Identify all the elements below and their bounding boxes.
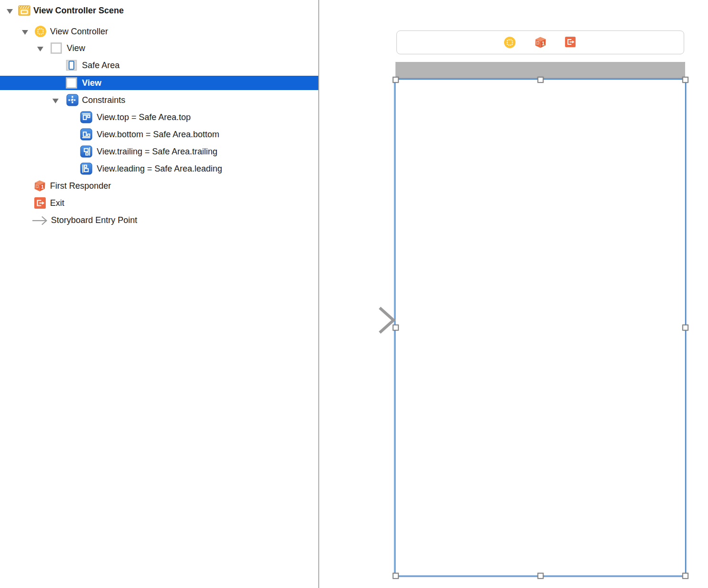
outline-row-storyboard-entry-point[interactable]: Storyboard Entry Point [0, 213, 318, 227]
outline-row-label: View.bottom = Safe Area.bottom [97, 127, 219, 142]
entry-point-arrow-icon [31, 214, 49, 226]
outline-row-label: View.trailing = Safe Area.trailing [97, 144, 217, 159]
outline-row-label: First Responder [50, 179, 111, 193]
outline-row-label: View Controller [50, 24, 108, 39]
outline-row-constraints[interactable]: Constraints [0, 93, 318, 107]
selection-handle-top-left[interactable] [393, 77, 399, 83]
svg-text:1: 1 [542, 41, 545, 46]
selected-view-outline[interactable] [394, 79, 686, 577]
outline-row-safe-area[interactable]: Safe Area [0, 58, 318, 72]
exit-icon[interactable] [565, 36, 577, 49]
view-icon [50, 42, 62, 54]
outline-row-constraint-trailing[interactable]: View.trailing = Safe Area.trailing [0, 144, 318, 159]
disclosure-triangle-icon[interactable] [7, 8, 13, 13]
selection-handle-top-middle[interactable] [537, 77, 544, 83]
outline-row-label: View [82, 76, 101, 90]
first-responder-icon[interactable]: 1 [534, 36, 546, 49]
constraints-icon [66, 94, 79, 106]
outline-row-label: View [67, 41, 85, 55]
outline-row-label: Storyboard Entry Point [51, 213, 137, 227]
outline-row-constraint-leading[interactable]: View.leading = Safe Area.leading [0, 162, 318, 176]
outline-row-view-selected[interactable]: View [0, 76, 318, 90]
outline-row-exit[interactable]: Exit [0, 196, 318, 210]
constraint-trailing-icon [80, 145, 92, 158]
view-controller-icon[interactable] [504, 36, 516, 49]
outline-row-view-controller-scene[interactable]: View Controller Scene [0, 3, 318, 18]
scene-icon [18, 4, 30, 17]
selection-handle-bottom-middle[interactable] [537, 573, 544, 579]
view-controller-icon [34, 25, 47, 38]
svg-text:1: 1 [41, 184, 44, 190]
disclosure-triangle-icon[interactable] [52, 97, 59, 103]
safe-area-icon [65, 59, 78, 71]
constraint-leading-icon [80, 162, 92, 175]
outline-row-view[interactable]: View [0, 41, 318, 55]
first-responder-icon: 1 [33, 180, 46, 192]
document-outline: View Controller Scene View Controller Vi… [0, 0, 319, 588]
constraint-bottom-icon [80, 128, 92, 141]
outline-row-constraint-top[interactable]: View.top = Safe Area.top [0, 110, 318, 124]
storyboard-entry-point-arrow[interactable] [319, 305, 397, 335]
outline-row-label: View.top = Safe Area.top [97, 110, 191, 124]
storyboard-canvas[interactable]: 1 [320, 0, 708, 588]
constraint-top-icon [80, 111, 92, 123]
outline-row-first-responder[interactable]: 1 First Responder [0, 179, 318, 193]
selection-handle-middle-right[interactable] [682, 324, 688, 331]
selection-handle-bottom-right[interactable] [682, 573, 688, 579]
xcode-interface-builder: View Controller Scene View Controller Vi… [0, 0, 708, 588]
selection-handle-bottom-left[interactable] [393, 573, 399, 579]
outline-row-label: Safe Area [82, 58, 120, 72]
outline-row-constraint-bottom[interactable]: View.bottom = Safe Area.bottom [0, 127, 318, 142]
outline-row-label: View Controller Scene [33, 3, 124, 18]
view-icon [65, 77, 78, 89]
disclosure-triangle-icon[interactable] [22, 29, 29, 34]
outline-row-view-controller[interactable]: View Controller [0, 24, 318, 39]
disclosure-triangle-icon[interactable] [37, 45, 44, 51]
outline-row-label: Exit [50, 196, 64, 210]
scene-dock[interactable]: 1 [396, 30, 684, 54]
outline-row-label: Constraints [82, 93, 125, 107]
selection-handle-top-right[interactable] [682, 77, 688, 83]
exit-icon [34, 197, 46, 209]
outline-row-label: View.leading = Safe Area.leading [97, 162, 222, 176]
